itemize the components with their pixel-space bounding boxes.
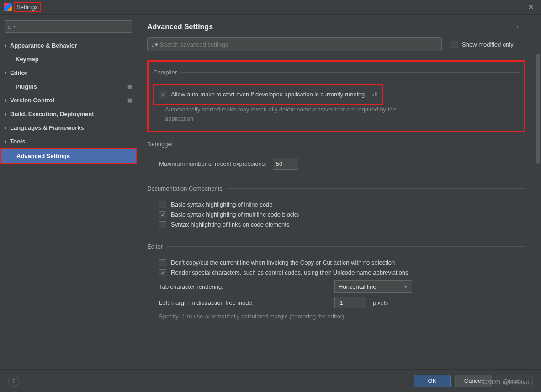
field-label: Maximum number of recent expressions: [159,160,266,167]
left-margin-row: Left margin in distraction free mode: pi… [159,297,525,308]
chevron-down-icon: ▼ [403,284,408,289]
button-label: Apply [507,377,522,384]
show-modified-checkbox[interactable]: Show modified only [451,41,514,48]
group-compiler: Compiler [153,69,520,76]
tab-rendering-row: Tab character rendering: Horizontal line… [159,280,525,293]
sidebar-item-label: Editor [10,69,27,76]
scrollbar[interactable] [536,54,540,164]
field-label: Tab character rendering: [159,283,328,290]
max-expressions-input[interactable] [273,158,298,170]
left-margin-input[interactable] [334,297,366,308]
close-icon[interactable]: ✕ [524,1,537,13]
group-doc-components: Documentation Components [147,185,525,192]
checkbox-icon [159,259,166,266]
sidebar: ⌕ ▾ Appearance & Behavior Keymap Editor … [0,15,137,369]
settings-tree: Appearance & Behavior Keymap Editor Plug… [0,37,137,164]
max-expressions-row: Maximum number of recent expressions: [159,158,525,170]
show-modified-label: Show modified only [462,41,514,48]
footer: ? OK Cancel Apply [0,369,541,392]
sidebar-item-plugins[interactable]: Plugins▦ [0,79,137,93]
gear-icon: ▦ [127,97,132,103]
button-label: OK [428,377,437,384]
doc-multiline-option[interactable]: Basic syntax highlighting of multiline c… [159,211,525,218]
window-title: Settings [16,4,38,11]
sidebar-item-keymap[interactable]: Keymap [0,52,137,66]
help-button[interactable]: ? [8,376,19,387]
checkbox-icon [159,211,166,218]
nav-arrows: ← → [515,23,535,31]
checkbox-icon [159,221,166,228]
back-arrow-icon[interactable]: ← [515,23,523,31]
chevron-down-icon: ▾ [155,41,158,48]
option-label: Allow auto-make to start even if develop… [171,91,365,98]
allow-auto-make-help: Automatically started make may eventuall… [165,105,403,123]
sidebar-selection-highlight: Advanced Settings [0,148,137,164]
apply-button[interactable]: Apply [496,375,533,387]
compiler-highlight-box: Compiler Allow auto-make to start even i… [147,60,525,132]
field-label: Left margin in distraction free mode: [159,299,328,306]
left-margin-help: Specify -1 to use automatically calculat… [159,312,397,321]
sidebar-item-editor[interactable]: Editor [0,66,137,79]
group-label: Debugger [147,141,173,148]
editor-render-special-option[interactable]: Render special characters, such as contr… [159,269,525,276]
ok-button[interactable]: OK [414,375,451,387]
option-label: Basic syntax highlighting of inline code [171,201,273,208]
sidebar-item-build[interactable]: Build, Execution, Deployment [0,107,137,121]
checkbox-icon [159,201,166,208]
group-label: Compiler [153,69,177,76]
button-label: Cancel [464,377,483,384]
search-icon: ⌕ [8,23,11,30]
group-label: Editor [147,243,163,250]
app-icon [4,3,12,11]
doc-links-option[interactable]: Syntax highlighting of links on code ele… [159,221,525,228]
checkbox-icon [451,41,458,48]
sidebar-item-appearance[interactable]: Appearance & Behavior [0,38,137,52]
option-label: Don't copy/cut the current line when inv… [171,259,395,266]
forward-arrow-icon: → [527,23,535,31]
allow-auto-make-option[interactable]: Allow auto-make to start even if develop… [159,91,377,98]
search-icon: ⌕ [151,41,155,48]
cancel-button[interactable]: Cancel [455,375,492,387]
checkbox-icon [159,91,166,98]
sidebar-item-label: Keymap [16,56,39,63]
option-label: Render special characters, such as contr… [171,269,408,276]
tab-rendering-select[interactable]: Horizontal line ▼ [334,280,412,293]
window-title-highlight: Settings [14,2,41,12]
gear-icon: ▦ [127,84,132,90]
chevron-down-icon: ▾ [13,25,15,29]
sidebar-item-label: Advanced Settings [16,153,70,159]
sidebar-item-label: Appearance & Behavior [10,42,77,49]
doc-inline-code-option[interactable]: Basic syntax highlighting of inline code [159,201,525,208]
sidebar-item-label: Build, Execution, Deployment [10,111,94,117]
sidebar-search[interactable]: ⌕ ▾ [5,20,132,33]
option-label: Syntax highlighting of links on code ele… [171,221,289,228]
reset-icon[interactable]: ↺ [372,91,377,98]
group-label: Documentation Components [147,185,223,192]
sidebar-item-label: Tools [10,138,26,145]
editor-no-copy-line-option[interactable]: Don't copy/cut the current line when inv… [159,259,525,266]
group-editor: Editor [147,243,525,250]
sidebar-item-label: Version Control [10,97,54,104]
advanced-search-input[interactable] [160,41,438,48]
advanced-settings-search[interactable]: ⌕▾ [147,37,442,51]
option-label: Basic syntax highlighting of multiline c… [171,211,299,218]
sidebar-item-tools[interactable]: Tools [0,134,137,148]
unit-label: pixels [373,299,388,306]
titlebar: Settings ✕ [0,0,541,15]
group-debugger: Debugger [147,141,525,148]
sidebar-item-advanced-settings[interactable]: Advanced Settings [1,149,136,163]
select-value: Horizontal line [339,283,376,290]
checkbox-icon [159,269,166,276]
sidebar-item-version-control[interactable]: Version Control▦ [0,93,137,107]
page-title: Advanced Settings [147,23,515,31]
sidebar-item-label: Plugins [16,83,37,90]
compiler-option-highlight: Allow auto-make to start even if develop… [153,84,383,105]
content-pane: Advanced Settings ← → ⌕▾ Show modified o… [137,15,541,369]
sidebar-item-label: Languages & Frameworks [10,124,84,131]
sidebar-item-languages[interactable]: Languages & Frameworks [0,121,137,134]
